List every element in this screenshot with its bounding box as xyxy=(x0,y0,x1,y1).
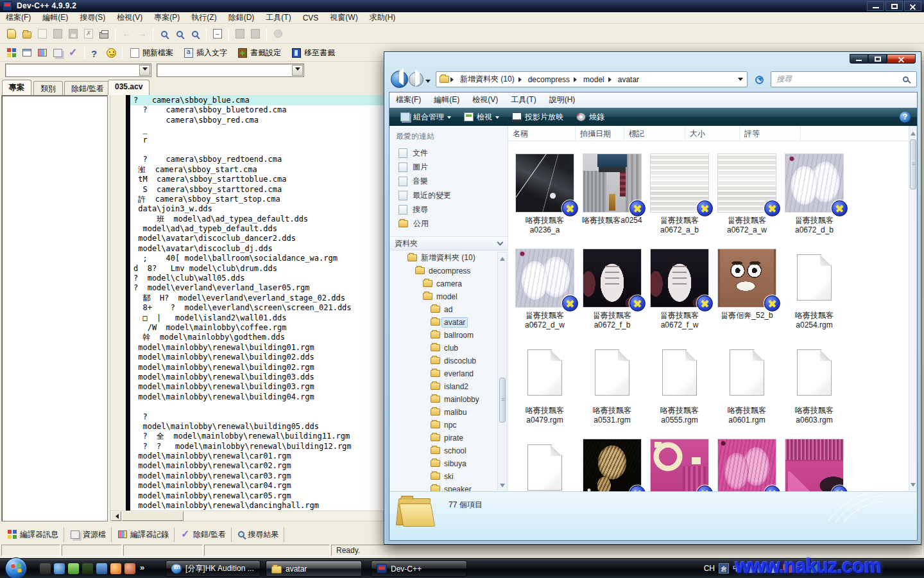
forward-button[interactable] xyxy=(409,72,424,87)
menu-item[interactable]: 視窗(W) xyxy=(324,12,363,23)
menu-item[interactable]: 專案(P) xyxy=(148,12,185,23)
about-smiley-icon[interactable] xyxy=(103,45,119,60)
swoosh-icon[interactable] xyxy=(96,563,107,574)
help-icon[interactable]: ? xyxy=(88,45,103,60)
start-button[interactable] xyxy=(5,557,27,578)
file-item[interactable]: 甾毐技飄客a0672_a_b xyxy=(649,154,710,235)
devcpp-titlebar[interactable]: Dev-C++ 4.9.9.2 xyxy=(0,0,924,12)
goto-line-icon[interactable] xyxy=(210,26,225,42)
file-item[interactable] xyxy=(784,439,844,493)
panel-splitter[interactable] xyxy=(109,95,110,521)
compile-icon[interactable] xyxy=(232,26,248,42)
taskbar-button[interactable]: Dev-C++ xyxy=(371,561,467,577)
maximize-button[interactable] xyxy=(868,54,887,64)
bottom-tab[interactable]: 搜尋結果 xyxy=(233,527,284,542)
class-combo[interactable] xyxy=(157,64,304,77)
chevron-down-icon[interactable] xyxy=(292,65,303,76)
maxthon-icon[interactable] xyxy=(54,563,65,574)
file-item[interactable] xyxy=(515,439,575,493)
menu-item[interactable]: 檔案(F) xyxy=(0,12,37,23)
print-icon[interactable] xyxy=(96,26,112,42)
tree-item[interactable]: camera xyxy=(423,277,462,290)
undo-icon[interactable]: ← xyxy=(119,26,134,42)
bottom-tab[interactable]: 編譯器訊息 xyxy=(3,527,64,542)
bottom-tab[interactable]: ✓除錯/監看 xyxy=(176,527,232,542)
project-panel[interactable] xyxy=(1,95,108,521)
tree-item[interactable]: discoclub xyxy=(431,355,476,367)
tree-item[interactable]: 新增資料夾 (10) xyxy=(407,252,475,264)
column-header[interactable]: 大小 xyxy=(685,126,740,141)
quick-launch-overflow-chevron[interactable]: » xyxy=(140,563,144,572)
open-project-icon[interactable] xyxy=(19,26,35,42)
breadcrumb[interactable]: 新增資料夾 (10)decompressmodelavatar xyxy=(436,71,748,87)
cascade-windows-icon[interactable] xyxy=(50,45,65,60)
ime-icon[interactable]: 倉 xyxy=(719,563,729,574)
find-icon[interactable] xyxy=(157,26,172,42)
favorite-link[interactable]: 最近的變更 xyxy=(398,189,451,202)
save-all-icon[interactable] xyxy=(65,26,81,42)
file-item[interactable]: 甾毐佪奔_52_b xyxy=(717,249,777,320)
tab-open-file[interactable]: 035.acv xyxy=(108,80,150,95)
bottom-tab[interactable]: 編譯器記錄 xyxy=(113,527,175,542)
breadcrumb-segment[interactable]: model xyxy=(581,75,607,84)
menu-item[interactable]: 搜尋(S) xyxy=(74,12,111,23)
menu-item[interactable]: CVS xyxy=(297,13,325,22)
frog-icon[interactable] xyxy=(82,563,93,574)
tree-item[interactable]: mainlobby xyxy=(431,393,479,405)
search-icon[interactable] xyxy=(903,76,909,82)
file-item[interactable]: 甾毐技飄客a0672_d_b xyxy=(784,154,844,235)
breadcrumb-dropdown-icon[interactable] xyxy=(738,78,743,83)
firefox-icon[interactable] xyxy=(110,563,121,574)
menu-item[interactable]: 工具(T) xyxy=(260,12,296,23)
window-color-icon[interactable] xyxy=(35,45,50,60)
close-button[interactable] xyxy=(887,54,916,64)
compiler-combo[interactable] xyxy=(5,64,151,77)
back-button[interactable] xyxy=(391,71,408,88)
file-item[interactable]: 甾毐技飄客a0672_f_b xyxy=(582,249,642,330)
menu-item[interactable]: 編輯(E) xyxy=(37,12,74,23)
editor-horizontal-scrollbar[interactable] xyxy=(110,511,384,521)
file-item[interactable]: 咯毐技飄客a0254.rgm xyxy=(784,249,844,330)
tree-item[interactable]: npc xyxy=(431,419,456,431)
replace-icon[interactable] xyxy=(172,26,187,42)
commandbar-button[interactable]: 組合管理 xyxy=(395,110,457,125)
file-item[interactable]: 甾毐技飄客a0672_d_w xyxy=(515,249,575,330)
tree-item[interactable]: ski xyxy=(431,470,454,482)
tab-debug-watch[interactable]: 除錯/監看 xyxy=(64,81,111,95)
commandbar-button[interactable]: 投影片放映 xyxy=(506,110,569,125)
tree-scrollbar[interactable] xyxy=(497,252,507,493)
tree-item[interactable]: school xyxy=(431,444,466,457)
menu-item[interactable]: 檢視(V) xyxy=(466,94,504,105)
audition-icon[interactable] xyxy=(124,563,135,574)
new-file-button[interactable]: 開新檔案 xyxy=(126,46,178,60)
search-input[interactable]: 搜尋 xyxy=(771,71,917,87)
menu-item[interactable]: 除錯(D) xyxy=(223,12,261,23)
favorite-link[interactable]: 公用 xyxy=(398,217,429,230)
file-item[interactable] xyxy=(582,439,642,493)
file-item[interactable]: 咯毐技飄客a0601.rgm xyxy=(717,344,777,425)
files-scrollbar[interactable] xyxy=(909,126,917,493)
file-item[interactable] xyxy=(717,439,777,493)
tab-classes[interactable]: 類別 xyxy=(33,81,63,95)
scrollbar-thumb[interactable] xyxy=(499,378,506,423)
favorite-link[interactable]: 音樂 xyxy=(398,175,428,188)
tree-item[interactable]: ballroom xyxy=(431,329,474,341)
tab-project[interactable]: 專案 xyxy=(2,80,31,95)
tree-item-selected[interactable]: avatar xyxy=(431,316,468,328)
menu-item[interactable]: 檢視(V) xyxy=(111,12,148,23)
scroll-left-button[interactable] xyxy=(111,511,121,521)
chevron-down-icon[interactable] xyxy=(139,65,150,76)
syntax-check-icon[interactable]: ✓ xyxy=(65,45,81,60)
tree-item[interactable]: sibuya xyxy=(431,457,466,469)
breadcrumb-segment[interactable]: avatar xyxy=(615,75,642,84)
file-item[interactable] xyxy=(649,439,710,493)
refresh-button[interactable] xyxy=(751,72,767,87)
run-icon[interactable] xyxy=(248,26,263,42)
menu-item[interactable]: 檔案(F) xyxy=(389,94,427,105)
column-header[interactable]: 拍攝日期 xyxy=(576,126,624,141)
recent-pages-chevron-icon[interactable] xyxy=(425,80,431,85)
window-icon[interactable] xyxy=(19,45,35,60)
breadcrumb-segment[interactable]: decompress xyxy=(526,75,572,84)
tree-item[interactable]: ad xyxy=(431,303,452,315)
menu-item[interactable]: 執行(Z) xyxy=(185,12,222,23)
